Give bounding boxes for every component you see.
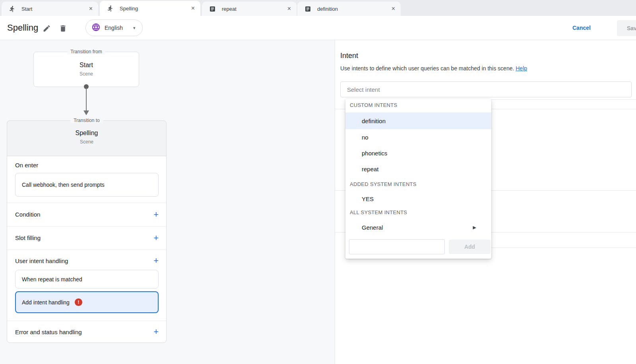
tab-repeat[interactable]: repeat × xyxy=(202,2,297,16)
run-icon xyxy=(107,5,114,12)
node-subtitle: Scene xyxy=(34,71,139,77)
language-label: English xyxy=(105,25,123,31)
on-enter-label: On enter xyxy=(15,162,38,168)
run-icon xyxy=(9,6,16,12)
add-condition-button[interactable]: + xyxy=(153,210,159,219)
slot-filling-label: Slot filling xyxy=(15,234,41,241)
article-icon xyxy=(209,6,216,12)
description-text: Use intents to define which user queries… xyxy=(340,65,514,72)
group-added-system-intents: ADDED SYSTEM INTENTS xyxy=(350,181,417,187)
condition-label: Condition xyxy=(15,211,40,218)
scene-header: Spelling English ▾ Cancel Save xyxy=(0,16,636,40)
start-scene-node[interactable]: Transition from Start Scene xyxy=(33,52,139,87)
add-intent-handling-item[interactable]: Add intent handling ! xyxy=(15,291,159,313)
general-label: General xyxy=(362,224,383,231)
globe-icon xyxy=(91,23,101,33)
delete-scene-button[interactable] xyxy=(57,23,68,34)
tab-label: repeat xyxy=(222,6,284,12)
node-subtitle: Scene xyxy=(7,139,166,145)
slot-filling-section: Slot filling + xyxy=(15,226,159,250)
error-icon: ! xyxy=(75,298,82,306)
edit-scene-button[interactable] xyxy=(41,23,52,34)
connector-arrowhead xyxy=(83,110,89,115)
intent-option-yes[interactable]: YES xyxy=(345,191,491,206)
intent-panel-title: Intent xyxy=(340,52,358,60)
add-user-intent-button[interactable]: + xyxy=(153,256,159,265)
chevron-down-icon: ▾ xyxy=(133,25,136,31)
trash-icon xyxy=(59,24,67,33)
intent-option-general[interactable]: General ▶ xyxy=(345,220,491,235)
tab-definition[interactable]: definition × xyxy=(297,2,401,16)
intent-option-no[interactable]: no xyxy=(345,129,491,145)
group-all-system-intents: ALL SYSTEM INTENTS xyxy=(350,209,407,215)
spelling-scene-card: Transition to Spelling Scene On enter Ca… xyxy=(7,120,167,343)
node-title: Start xyxy=(34,62,139,69)
tab-start[interactable]: Start × xyxy=(2,2,98,16)
divider xyxy=(491,248,636,248)
add-slot-button[interactable]: + xyxy=(153,234,159,242)
scene-card-header[interactable]: Transition to Spelling Scene xyxy=(7,120,167,156)
close-icon[interactable]: × xyxy=(392,6,395,12)
error-handling-label: Error and status handling xyxy=(15,329,82,335)
on-enter-item[interactable]: Call webhook, then send prompts xyxy=(15,173,159,197)
submenu-arrow-icon: ▶ xyxy=(473,225,476,230)
pencil-icon xyxy=(43,24,51,33)
close-icon[interactable]: × xyxy=(287,6,291,12)
close-icon[interactable]: × xyxy=(89,6,93,12)
user-intent-label: User intent handling xyxy=(15,258,68,264)
intent-option-definition[interactable]: definition xyxy=(345,112,491,129)
save-button[interactable]: Save xyxy=(617,20,636,36)
intent-option-repeat[interactable]: repeat xyxy=(345,161,491,177)
intent-dropdown: CUSTOM INTENTS definition no phonetics r… xyxy=(345,99,491,259)
language-selector[interactable]: English ▾ xyxy=(85,19,143,36)
page-title: Spelling xyxy=(7,16,38,40)
divider xyxy=(491,99,636,100)
group-custom-intents: CUSTOM INTENTS xyxy=(350,102,398,108)
user-intent-section: User intent handling + xyxy=(15,250,159,272)
intent-panel: Intent Use intents to define which user … xyxy=(335,40,636,364)
close-icon[interactable]: × xyxy=(191,5,195,12)
tab-spelling[interactable]: Spelling × xyxy=(100,1,200,16)
node-title: Spelling xyxy=(7,130,166,137)
scene-editor-page: Start × Spelling × repeat × definition × xyxy=(0,0,636,364)
help-link[interactable]: Help xyxy=(516,65,527,72)
condition-section: Condition + xyxy=(15,203,159,226)
add-intent-button[interactable]: Add xyxy=(449,240,491,254)
intent-option-phonetics[interactable]: phonetics xyxy=(345,145,491,161)
flow-canvas: Transition from Start Scene Transition t… xyxy=(0,40,335,364)
add-error-handling-button[interactable]: + xyxy=(153,327,159,336)
tab-label: Spelling xyxy=(120,6,188,12)
new-intent-input[interactable] xyxy=(349,239,445,254)
add-intent-handling-label: Add intent handling xyxy=(22,299,70,306)
article-icon xyxy=(304,6,311,12)
tab-label: Start xyxy=(21,6,86,12)
transition-from-tag: Transition from xyxy=(67,49,105,54)
select-intent-input[interactable] xyxy=(340,81,632,97)
intent-panel-description: Use intents to define which user queries… xyxy=(340,65,527,72)
tab-bar: Start × Spelling × repeat × definition × xyxy=(0,0,636,16)
error-handling-section: Error and status handling + xyxy=(15,321,159,343)
cancel-button[interactable]: Cancel xyxy=(571,16,592,40)
intent-handler-item[interactable]: When repeat is matched xyxy=(15,270,159,288)
connector-line xyxy=(86,88,87,111)
tab-label: definition xyxy=(317,6,388,12)
transition-to-tag: Transition to xyxy=(70,118,103,123)
